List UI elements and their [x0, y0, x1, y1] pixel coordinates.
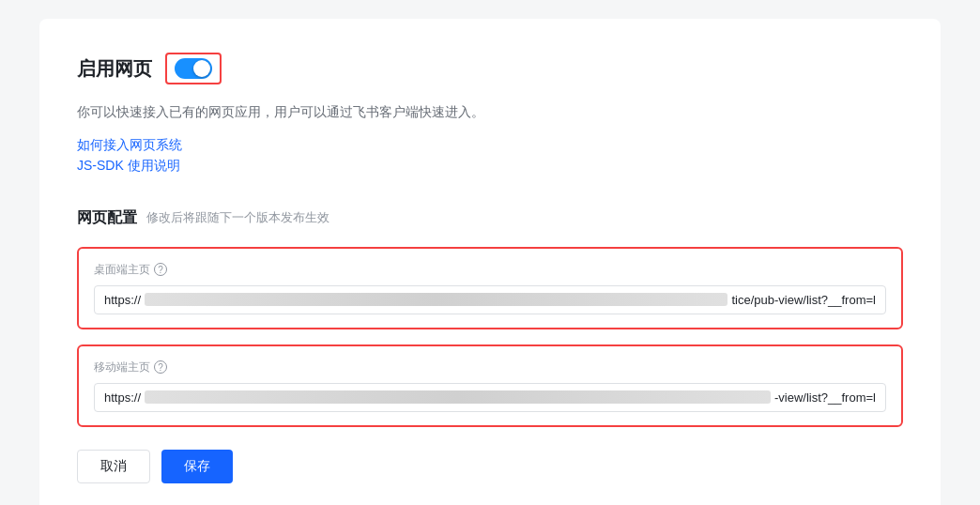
main-container: 启用网页 你可以快速接入已有的网页应用，用户可以通过飞书客户端快速进入。 如何接…	[39, 19, 941, 505]
config-hint: 修改后将跟随下一个版本发布生效	[146, 209, 329, 226]
config-title-row: 网页配置 修改后将跟随下一个版本发布生效	[77, 208, 903, 228]
desktop-url-blurred	[145, 293, 727, 306]
desktop-field-label: 桌面端主页 ?	[94, 262, 886, 278]
button-row: 取消 保存	[77, 450, 903, 483]
link-list: 如何接入网页系统 JS-SDK 使用说明	[77, 137, 903, 175]
desktop-url-suffix: tice/pub-view/list?__from=l	[731, 293, 876, 307]
link-integrate-web[interactable]: 如何接入网页系统	[77, 137, 903, 154]
description-text: 你可以快速接入已有的网页应用，用户可以通过飞书客户端快速进入。	[77, 101, 903, 124]
enable-toggle[interactable]	[175, 58, 212, 79]
desktop-url-prefix: https://	[104, 293, 141, 307]
enable-section: 启用网页	[77, 53, 903, 84]
mobile-url-display[interactable]: https:// -view/list?__from=l	[94, 383, 886, 412]
toggle-highlight-box	[165, 53, 222, 84]
mobile-url-prefix: https://	[104, 390, 141, 405]
link-jssdk-docs[interactable]: JS-SDK 使用说明	[77, 158, 903, 175]
mobile-url-blurred	[145, 390, 771, 404]
mobile-url-suffix: -view/list?__from=l	[774, 390, 876, 405]
desktop-field-group: 桌面端主页 ? https:// tice/pub-view/list?__fr…	[77, 247, 903, 329]
cancel-button[interactable]: 取消	[77, 450, 150, 483]
toggle-thumb	[193, 60, 210, 77]
desktop-help-icon[interactable]: ?	[154, 263, 167, 276]
mobile-field-label: 移动端主页 ?	[94, 360, 886, 375]
save-button[interactable]: 保存	[161, 450, 233, 483]
mobile-field-group: 移动端主页 ? https:// -view/list?__from=l	[77, 344, 903, 427]
enable-title: 启用网页	[77, 56, 152, 82]
desktop-url-display[interactable]: https:// tice/pub-view/list?__from=l	[94, 285, 886, 314]
mobile-help-icon[interactable]: ?	[154, 360, 167, 374]
config-title: 网页配置	[77, 208, 137, 228]
